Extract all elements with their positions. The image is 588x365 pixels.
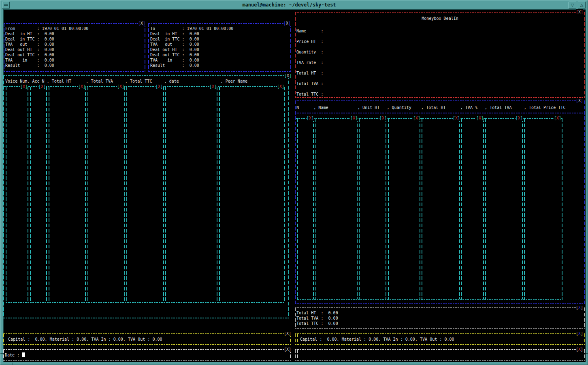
bracket-glyph: ] <box>355 116 358 120</box>
close-button-items-col-6[interactable]: [X] <box>476 115 484 121</box>
bracket-glyph: ] <box>384 116 387 120</box>
close-button-items-col-8[interactable]: [X] <box>554 115 561 121</box>
close-button-invoices-table[interactable]: [X] <box>284 73 292 78</box>
close-button-date-right-panel[interactable]: [X] <box>576 347 583 352</box>
bracket-glyph: ] <box>122 84 124 89</box>
close-button-items-col-2[interactable]: [X] <box>350 115 358 121</box>
panel-border-segment <box>315 118 316 299</box>
panel-border-segment <box>584 333 585 344</box>
close-button-items-col-3[interactable]: [X] <box>379 115 387 121</box>
close-button-items-col-5[interactable]: [X] <box>453 115 460 121</box>
panel-border-segment <box>584 100 585 303</box>
window-raise-button[interactable]: △ <box>578 2 586 9</box>
close-button-invoices-col-7[interactable]: [X] <box>277 84 284 89</box>
panel-border-segment <box>4 23 145 24</box>
panel-border-segment <box>46 87 47 303</box>
panel-border-segment <box>359 118 360 299</box>
close-button-capital-right-panel[interactable]: [X] <box>576 331 583 336</box>
panel-border-segment <box>49 87 49 303</box>
capital-summary-left: Capital : 0.00, Material : 0.00, TVA In … <box>8 337 162 342</box>
panel-border-segment <box>295 360 585 361</box>
capital-summary-right: Capital : 0.00, Material : 0.00, TVA In … <box>300 337 454 342</box>
panel-border-segment <box>295 333 296 344</box>
panel-border-segment <box>297 118 298 299</box>
bracket-glyph: ] <box>559 116 561 120</box>
panel-border-segment <box>483 118 484 299</box>
xterm-window: manuel@machine: ~/devel/sky-test ▽ △ [X]… <box>0 0 588 365</box>
frame-grip[interactable] <box>13 363 13 365</box>
panel-border-segment <box>4 23 4 71</box>
bracket-glyph: ] <box>288 21 291 26</box>
panel-border-segment <box>295 303 585 304</box>
panel-border-segment <box>3 75 4 318</box>
panel-border-segment <box>288 75 289 318</box>
close-button-items-table[interactable]: [X] <box>576 98 583 103</box>
panel-border-segment <box>297 299 562 300</box>
panel-border-segment <box>388 118 389 299</box>
close-button-items-col-1[interactable]: [X] <box>307 115 314 121</box>
bracket-glyph: ] <box>289 331 291 336</box>
close-button-invoices-col-2[interactable]: [X] <box>38 84 46 89</box>
panel-border-segment <box>126 87 127 303</box>
close-button-invoices-col-5[interactable]: [X] <box>156 84 163 89</box>
window-minimize-button[interactable] <box>2 2 10 9</box>
close-button-invoices-col-3[interactable]: [X] <box>78 84 85 89</box>
panel-border-segment <box>295 307 585 308</box>
window-titlebar[interactable]: manuel@machine: ~/devel/sky-test ▽ △ <box>1 1 587 9</box>
close-button-items-col-4[interactable]: [X] <box>413 115 420 121</box>
items-table-header: N , Name , Unit HT , Quantity , Total HT… <box>296 105 565 110</box>
panel-border-segment <box>3 349 291 350</box>
bracket-glyph: ] <box>25 84 28 89</box>
triangle-up-icon: △ <box>580 3 584 7</box>
bracket-glyph: ] <box>481 116 484 120</box>
triangle-down-icon: ▽ <box>571 3 574 7</box>
panel-border-segment <box>297 333 298 344</box>
bracket-glyph: ] <box>160 84 163 89</box>
close-button-moneybox-panel[interactable]: [X] <box>576 9 583 15</box>
panel-border-segment <box>584 12 585 97</box>
panel-border-segment <box>562 118 562 299</box>
close-button-invoices-col-6[interactable]: [X] <box>209 84 217 89</box>
terminal-screen[interactable] <box>3 9 586 362</box>
window-title: manuel@machine: ~/devel/sky-test <box>13 1 565 9</box>
panel-border-segment <box>148 23 291 24</box>
date-input-label[interactable]: Date : <box>5 352 22 358</box>
panel-border-segment <box>295 97 585 98</box>
moneybox-fields[interactable]: Name : Price HT : Quantity : TVA rate : … <box>296 26 323 100</box>
bracket-glyph: ] <box>214 84 217 89</box>
close-button-items-col-7[interactable]: [X] <box>516 115 523 121</box>
panel-border-segment <box>297 349 298 360</box>
panel-border-segment <box>461 118 462 299</box>
close-button-deal-from-panel[interactable]: [X] <box>138 21 145 26</box>
panel-border-segment <box>386 118 386 299</box>
close-button-invoices-col-1[interactable]: [X] <box>20 84 28 89</box>
bracket-glyph: ] <box>458 116 460 120</box>
minimize-icon <box>4 4 8 6</box>
panel-border-segment <box>3 333 4 344</box>
panel-border-segment <box>30 87 31 303</box>
panel-border-segment <box>295 349 585 350</box>
close-button-totals-panel[interactable]: [X] <box>576 305 583 310</box>
panel-border-segment <box>124 87 125 303</box>
bracket-glyph: ] <box>581 305 583 310</box>
bracket-glyph: ] <box>418 116 420 120</box>
panel-border-segment <box>6 302 284 303</box>
moneybox-title: Moneybox DealIn <box>295 16 585 21</box>
panel-border-segment <box>3 349 4 360</box>
frame-grip[interactable] <box>0 353 3 354</box>
bracket-glyph: ] <box>520 116 523 120</box>
panel-border-segment <box>284 87 285 303</box>
close-button-deal-to-panel[interactable]: [X] <box>283 21 291 26</box>
bracket-glyph: ] <box>282 84 284 89</box>
bracket-glyph: ] <box>581 347 583 352</box>
panel-border-segment <box>295 100 296 303</box>
totals-fields: Total HT : 0.00 Total TVA : 0.00 Total T… <box>296 310 338 326</box>
frame-grip[interactable] <box>576 363 576 365</box>
close-button-invoices-col-4[interactable]: [X] <box>117 84 124 89</box>
bracket-glyph: ] <box>581 10 583 14</box>
close-button-date-left-panel[interactable]: [X] <box>284 347 291 352</box>
frame-grip[interactable] <box>586 353 588 354</box>
panel-border-segment <box>522 118 523 299</box>
close-button-capital-left-panel[interactable]: [X] <box>284 331 291 336</box>
window-lower-button[interactable]: ▽ <box>569 2 576 9</box>
